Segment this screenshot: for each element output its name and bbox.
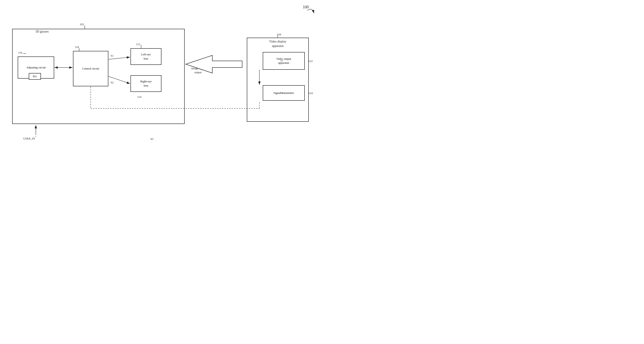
signal-transmitter-label: Signal transmitter	[274, 91, 294, 95]
control-circuit-box: Control circuit	[73, 51, 108, 86]
s1-label: S1	[110, 54, 114, 58]
image-light-label: Image lightoutput	[185, 66, 211, 74]
video-output-label: Video outputapparatus	[276, 57, 291, 65]
right-eye-label: Right-eyelens	[140, 80, 152, 88]
ba-label: BA	[33, 74, 37, 78]
right-eye-box: Right-eyelens	[130, 75, 162, 92]
video-display-outer-box	[247, 38, 309, 122]
user-in-label: USER_IN	[23, 137, 35, 140]
ref-112: 112	[136, 43, 140, 46]
diagram: 100 3D glasses 102 Video displayapparatu…	[0, 0, 322, 172]
ref-100: 100	[303, 5, 309, 10]
video-output-box: Video outputapparatus	[263, 52, 305, 70]
sc-label: SC	[150, 137, 154, 141]
ba-box: BA	[29, 73, 41, 80]
label-3d-glasses: 3D glasses	[36, 30, 49, 34]
ref-122: 122	[308, 59, 313, 63]
ref-102: 102	[80, 23, 84, 26]
control-circuit-label: Control circuit	[82, 67, 99, 71]
ref-124: 124	[308, 91, 313, 95]
ref-118: 118	[75, 45, 79, 49]
adjusting-circuit-label: Adjusting circuit	[26, 66, 46, 70]
ref-116: 116	[18, 51, 22, 55]
left-eye-box: Left-eyelens	[130, 48, 162, 65]
s2-label: S2	[110, 81, 114, 84]
label-video-display: Video displayapparatus	[254, 39, 301, 48]
left-eye-label: Left-eyelens	[141, 53, 151, 61]
signal-transmitter-box: Signal transmitter	[263, 85, 305, 101]
ref-114: 114	[137, 95, 141, 99]
ref-104: 104	[277, 33, 281, 36]
